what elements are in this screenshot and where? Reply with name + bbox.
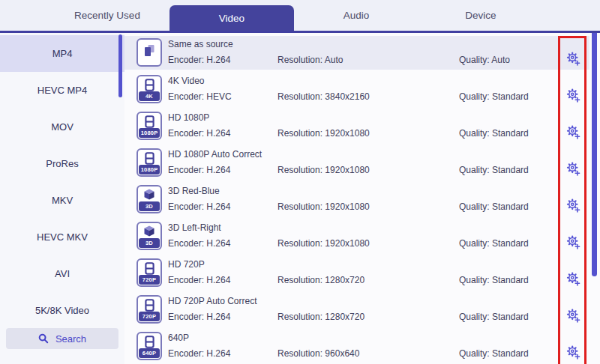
format-row[interactable]: 720P HD 720P Encoder: H.264 Resolution: … <box>124 256 590 290</box>
format-icon: 1080P <box>136 112 162 140</box>
tab-device[interactable]: Device <box>418 0 543 31</box>
film-icon <box>143 115 156 128</box>
film-icon <box>143 299 156 312</box>
sidebar-item[interactable]: MKV <box>0 182 124 219</box>
resolution-value: Resolution: Auto <box>278 55 343 65</box>
search-icon <box>38 333 49 344</box>
format-icon: 640P <box>136 332 162 360</box>
gear-plus-icon <box>566 88 580 103</box>
format-title: HD 1080P <box>168 112 209 123</box>
quality-value: Quality: Standard <box>459 312 529 322</box>
resolution-badge: 640P <box>139 348 160 358</box>
encoder-value: Encoder: H.264 <box>168 165 230 175</box>
tab-audio[interactable]: Audio <box>294 0 418 31</box>
format-icon: 3D <box>136 222 162 250</box>
gear-plus-icon <box>566 345 580 360</box>
resolution-badge: 4K <box>139 91 160 101</box>
format-title: HD 720P Auto Correct <box>168 296 257 306</box>
format-list: Same as source Encoder: H.264 Resolution… <box>124 33 600 363</box>
resolution-badge: 1080P <box>139 128 160 138</box>
encoder-value: Encoder: H.264 <box>168 128 230 139</box>
format-icon: 720P <box>136 295 162 324</box>
sidebar-list: MP4 HEVC MP4 MOV ProRes MKV HEVC MKV AVI… <box>0 33 124 329</box>
resolution-value: Resolution: 3840x2160 <box>278 91 370 102</box>
custom-profile-button[interactable] <box>566 161 580 176</box>
format-title: 3D Red-Blue <box>168 186 220 196</box>
resolution-badge: 720P <box>139 312 160 321</box>
resolution-value: Resolution: 1920x1080 <box>278 201 370 212</box>
custom-profile-button[interactable] <box>566 198 580 213</box>
film-icon <box>143 79 156 91</box>
sidebar-item[interactable]: MP4 <box>0 35 124 72</box>
resolution-value: Resolution: 1920x1080 <box>278 165 370 175</box>
format-row[interactable]: 720P HD 720P Auto Correct Encoder: H.264… <box>124 293 590 327</box>
format-title: 640P <box>168 333 189 343</box>
format-icon: 4K <box>136 75 162 103</box>
gear-plus-icon <box>566 308 580 323</box>
resolution-value: Resolution: 1920x1080 <box>278 238 370 249</box>
sidebar-item[interactable]: 5K/8K Video <box>0 292 124 329</box>
sidebar-item-label: HEVC MKV <box>37 231 88 243</box>
sidebar-item[interactable]: AVI <box>0 255 124 292</box>
tab-label: Device <box>465 10 496 21</box>
format-icon <box>136 38 162 67</box>
same-as-source-icon <box>142 43 157 58</box>
resolution-value: Resolution: 1920x1080 <box>278 128 370 139</box>
sidebar-item[interactable]: ProRes <box>0 145 124 182</box>
encoder-value: Encoder: H.264 <box>168 348 230 359</box>
sidebar-item-label: 5K/8K Video <box>35 305 89 316</box>
gear-plus-icon <box>566 51 580 66</box>
format-row[interactable]: 3D 3D Red-Blue Encoder: H.264 Resolution… <box>124 183 590 216</box>
encoder-value: Encoder: HEVC <box>168 91 232 102</box>
film-icon <box>143 262 156 275</box>
gear-plus-icon <box>566 198 580 213</box>
custom-profile-button[interactable] <box>566 234 580 249</box>
tab-video[interactable]: Video <box>170 5 294 31</box>
sidebar-item-label: ProRes <box>46 158 78 169</box>
format-picker-window: Recently Used Video Audio Device MP4 HEV… <box>0 0 600 364</box>
custom-profile-button[interactable] <box>566 124 580 139</box>
format-icon: 1080P <box>136 148 162 177</box>
encoder-value: Encoder: H.264 <box>168 201 230 212</box>
format-row[interactable]: 4K 4K Video Encoder: HEVC Resolution: 38… <box>124 73 590 106</box>
cube-3d-icon <box>143 225 155 237</box>
search-button-label: Search <box>56 333 86 345</box>
custom-profile-button[interactable] <box>566 271 580 286</box>
quality-value: Quality: Standard <box>459 91 529 102</box>
format-title: HD 720P <box>168 259 205 270</box>
tab-label: Recently Used <box>74 10 140 21</box>
format-row[interactable]: 3D 3D Left-Right Encoder: H.264 Resoluti… <box>124 219 590 253</box>
tab-recently-used[interactable]: Recently Used <box>45 0 170 31</box>
format-row[interactable]: 640P 640P Encoder: H.264 Resolution: 960… <box>124 330 590 363</box>
film-icon <box>143 152 156 165</box>
encoder-value: Encoder: H.264 <box>168 312 230 322</box>
format-sidebar: MP4 HEVC MP4 MOV ProRes MKV HEVC MKV AVI… <box>0 33 124 364</box>
encoder-value: Encoder: H.264 <box>168 55 230 65</box>
quality-value: Quality: Standard <box>459 165 529 175</box>
sidebar-item-label: MKV <box>52 195 73 206</box>
tab-label: Video <box>219 13 244 24</box>
custom-profile-button[interactable] <box>566 308 580 323</box>
sidebar-item[interactable]: MOV <box>0 109 124 145</box>
format-title: Same as source <box>168 39 233 49</box>
format-row[interactable]: 1080P HD 1080P Auto Correct Encoder: H.2… <box>124 146 590 180</box>
custom-profile-button[interactable] <box>566 345 580 360</box>
custom-profile-button[interactable] <box>566 88 580 103</box>
sidebar-item-label: MOV <box>51 121 74 133</box>
gear-plus-icon <box>566 271 580 286</box>
resolution-badge: 3D <box>139 201 160 211</box>
quality-value: Quality: Standard <box>459 201 529 212</box>
list-scrollbar[interactable] <box>592 33 597 276</box>
sidebar-item-label: HEVC MP4 <box>38 85 87 96</box>
sidebar-item[interactable]: HEVC MKV <box>0 219 124 255</box>
format-title: 4K Video <box>168 76 205 86</box>
sidebar-item[interactable]: HEVC MP4 <box>0 72 124 109</box>
format-row[interactable]: 1080P HD 1080P Encoder: H.264 Resolution… <box>124 109 590 143</box>
custom-profile-button[interactable] <box>566 51 580 66</box>
format-row[interactable]: Same as source Encoder: H.264 Resolution… <box>124 36 590 70</box>
search-button[interactable]: Search <box>6 328 118 349</box>
resolution-value: Resolution: 1280x720 <box>278 312 364 322</box>
sidebar-scrollbar[interactable] <box>118 34 122 97</box>
tab-label: Audio <box>344 10 370 21</box>
quality-value: Quality: Auto <box>459 55 510 65</box>
